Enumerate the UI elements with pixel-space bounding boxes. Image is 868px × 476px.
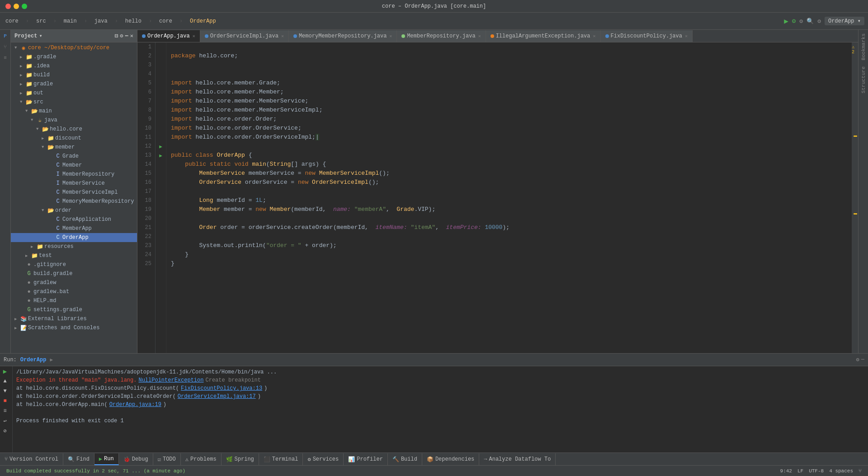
nav-core2[interactable]: core <box>157 17 174 25</box>
tab-run[interactable]: ▶ Run <box>94 453 119 465</box>
tab-orderserviceimpl[interactable]: OrderServiceImpl.java ✕ <box>200 30 289 42</box>
nav-src[interactable]: src <box>34 17 48 25</box>
tree-item-member[interactable]: ▶ C Member <box>11 161 137 170</box>
tab-close-icon[interactable]: ✕ <box>685 33 688 39</box>
tree-item-orderapp[interactable]: ▶ C OrderApp <box>11 233 137 242</box>
collapse-icon[interactable]: ⊟ <box>115 33 118 39</box>
clear-button[interactable]: ⊘ <box>0 426 10 436</box>
tab-build[interactable]: 🔨 Build <box>388 453 422 465</box>
nullpointer-link[interactable]: NullPointerException <box>138 376 203 384</box>
orderapp-dropdown[interactable]: OrderApp ▾ <box>825 17 864 25</box>
tree-item-memrepo[interactable]: ▶ C MemoryMemberRepository <box>11 197 137 206</box>
tree-item-coreapp[interactable]: ▶ C CoreApplication <box>11 215 137 224</box>
filter-button[interactable]: ≡ <box>0 406 10 416</box>
tab-todo[interactable]: ☑ TODO <box>153 453 181 465</box>
tab-memberrepo[interactable]: MemberRepository.java ✕ <box>397 30 486 42</box>
tree-item[interactable]: ▼ 📂 src <box>11 98 137 107</box>
tree-item-memberrepo[interactable]: ▶ I MemberRepository <box>11 170 137 179</box>
structure-icon[interactable]: ≡ <box>1 53 10 62</box>
tab-dependencies[interactable]: 📦 Dependencies <box>422 453 479 465</box>
tree-item-grade[interactable]: ▶ C Grade <box>11 152 137 161</box>
line-separator[interactable]: LF <box>795 468 806 474</box>
run-indicator[interactable]: ▶ <box>156 142 166 151</box>
project-icon[interactable]: P <box>1 32 10 41</box>
tree-item[interactable]: ▼ 📂 member <box>11 143 137 152</box>
tab-close-icon[interactable]: ✕ <box>389 33 392 39</box>
tab-profiler[interactable]: 📊 Profiler <box>344 453 388 465</box>
tab-terminal[interactable]: ⬛ Terminal <box>259 453 303 465</box>
fixdiscount-link[interactable]: FixDiscountPolicy.java:13 <box>181 384 262 392</box>
nav-main[interactable]: main <box>62 17 79 25</box>
stop-button[interactable]: ■ <box>0 396 10 406</box>
tree-item-memberservice[interactable]: ▶ I MemberService <box>11 179 137 188</box>
git-icon[interactable]: ⑂ <box>856 468 864 474</box>
tab-close-icon[interactable]: ✕ <box>593 33 596 39</box>
gear2-icon[interactable]: ⋯ <box>125 33 128 39</box>
hide-icon[interactable]: ✕ <box>130 33 133 39</box>
tab-spring[interactable]: 🌿 Spring <box>222 453 259 465</box>
maximize-button[interactable] <box>22 4 27 9</box>
run-icon[interactable]: ▶ <box>784 17 788 26</box>
tree-item-helpmd[interactable]: ▶ ● HELP.md <box>11 296 137 305</box>
tree-item-gitignore[interactable]: ▶ ● .gitignore <box>11 260 137 269</box>
tab-close-icon[interactable]: ✕ <box>281 33 284 39</box>
project-name[interactable]: ▾ <box>39 33 42 39</box>
debug-icon[interactable]: ⚙ <box>792 17 796 25</box>
tree-item-gradlewbat[interactable]: ▶ ● gradlew.bat <box>11 287 137 296</box>
tab-debug[interactable]: 🐞 Debug <box>119 453 153 465</box>
tree-item-order-folder[interactable]: ▼ 📂 order <box>11 206 137 215</box>
tree-item-scratches[interactable]: ▶ 📝 Scratches and Consoles <box>11 323 137 332</box>
tab-services[interactable]: ⚙ Services <box>303 453 344 465</box>
scroll-up-button[interactable]: ▲ <box>0 376 10 386</box>
settings2-icon[interactable]: ⚙ <box>856 356 859 363</box>
tree-item-settingsgradle[interactable]: ▶ G settings.gradle <box>11 305 137 314</box>
structure-label[interactable]: Structure <box>860 65 867 95</box>
tree-item[interactable]: ▼ 📂 hello.core <box>11 125 137 134</box>
wrap-button[interactable]: ↩ <box>0 416 10 426</box>
tree-item-memberserviceimpl[interactable]: ▶ C MemberServiceImpl <box>11 188 137 197</box>
code-editor[interactable]: package hello.core; import hello.core.me… <box>166 42 852 353</box>
nav-hello[interactable]: hello <box>123 17 143 25</box>
tree-item-buildgradle[interactable]: ▶ G build.gradle <box>11 269 137 278</box>
tab-problems[interactable]: ⚠ Problems <box>181 453 222 465</box>
tab-orderapp[interactable]: OrderApp.java ✕ <box>137 30 200 42</box>
minimize-panel-icon[interactable]: ─ <box>861 356 864 363</box>
nav-java[interactable]: java <box>93 17 109 25</box>
commit-icon[interactable]: ⑂ <box>1 42 10 51</box>
tab-fixdiscount[interactable]: FixDiscountPolicy.java ✕ <box>601 30 693 42</box>
tree-root[interactable]: ▼ ◉ core ~/Desktop/study/core <box>11 43 137 52</box>
tree-item-extlibs[interactable]: ▶ 📚 External Libraries <box>11 314 137 323</box>
tab-close-icon[interactable]: ✕ <box>478 33 481 39</box>
gear-icon[interactable]: ⚙ <box>817 18 821 25</box>
search-icon[interactable]: 🔍 <box>807 18 814 25</box>
settings-icon[interactable]: ⚙ <box>799 18 803 25</box>
indent-display[interactable]: 4 spaces <box>826 468 856 474</box>
tree-item[interactable]: ▶ 📁 gradle <box>11 79 137 89</box>
tree-item[interactable]: ▼ ☕ java <box>11 116 137 125</box>
tree-item[interactable]: ▶ 📁 build <box>11 70 137 79</box>
tab-find[interactable]: 🔍 Find <box>63 453 94 465</box>
bookmarks-label[interactable]: Bookmarks <box>860 32 867 62</box>
rerun-button[interactable]: ▶ <box>0 366 10 376</box>
settings-icon[interactable]: ⚙ <box>120 33 123 39</box>
encoding-display[interactable]: UTF-8 <box>806 468 826 474</box>
tree-item[interactable]: ▶ 📁 out <box>11 89 137 98</box>
orderapp-link[interactable]: OrderApp.java:19 <box>109 401 161 409</box>
close-button[interactable] <box>5 4 11 9</box>
nav-orderapp[interactable]: OrderApp <box>188 17 218 25</box>
tab-version-control[interactable]: ⑂ Version Control <box>0 453 63 465</box>
tree-item[interactable]: ▼ 📂 main <box>11 107 137 116</box>
orderserviceimpl-link[interactable]: OrderServiceImpl.java:17 <box>178 392 256 401</box>
nav-core[interactable]: core <box>4 17 20 25</box>
run-indicator[interactable]: ▶ <box>156 151 166 160</box>
tree-item[interactable]: ▶ 📁 .gradle <box>11 52 137 61</box>
tab-illegalarg[interactable]: IllegalArgumentException.java ✕ <box>486 30 601 42</box>
tab-memorymemberrepo[interactable]: MemoryMemberRepository.java ✕ <box>289 30 397 42</box>
tab-close-icon[interactable]: ✕ <box>193 33 195 39</box>
tree-item-gradlew[interactable]: ▶ ● gradlew <box>11 278 137 287</box>
tree-item-memberapp[interactable]: ▶ C MemberApp <box>11 224 137 233</box>
minimize-button[interactable] <box>14 4 19 9</box>
tree-item[interactable]: ▶ 📁 .idea <box>11 61 137 70</box>
tree-item[interactable]: ▶ 📁 discount <box>11 134 137 143</box>
scroll-down-button[interactable]: ▼ <box>0 386 10 396</box>
